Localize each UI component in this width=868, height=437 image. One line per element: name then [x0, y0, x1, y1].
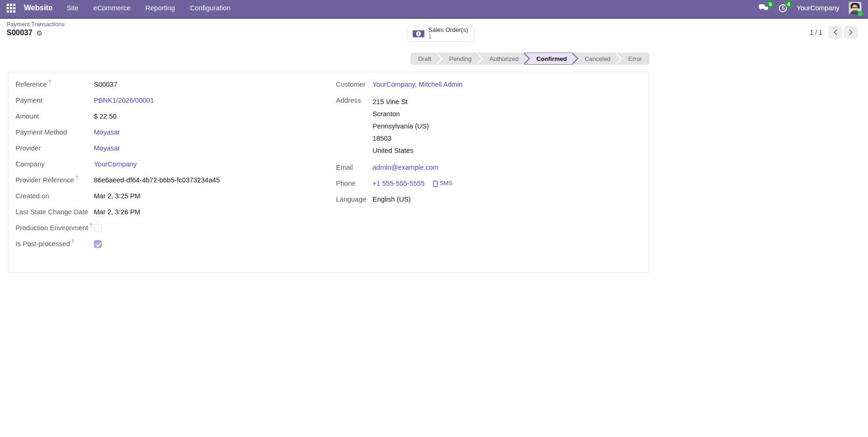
send-sms-button[interactable]: SMS [433, 179, 452, 188]
field-email: Email admin@example.com [336, 163, 641, 173]
company-link[interactable]: YourCompany [94, 159, 137, 169]
phone-link[interactable]: +1 555-555-5555 [373, 179, 425, 188]
help-icon[interactable]: ? [48, 80, 51, 85]
app-brand-website[interactable]: Website [24, 4, 53, 12]
customer-link[interactable]: YourCompany, Mitchell Admin [373, 80, 463, 90]
payment-link[interactable]: PBNK1/2026/00001 [94, 96, 154, 105]
menu-configuration[interactable]: Configuration [190, 4, 230, 12]
control-panel: Payment Transactions S00037 ⚙ 1 Sales Or… [0, 19, 868, 47]
field-label: Payment Method [15, 128, 94, 137]
field-is-post-processed: Is Post-processed? [15, 239, 320, 249]
user-avatar[interactable] [849, 2, 861, 15]
field-address: Address 215 Vine St Scranton Pennsylvani… [336, 96, 641, 157]
online-status-dot [858, 11, 863, 16]
payment-method-link[interactable]: Moyasar [94, 128, 120, 137]
smart-button-count: 1 [428, 34, 468, 40]
field-amount: Amount $ 22.50 [15, 112, 320, 121]
field-reference: Reference? S00037 [15, 80, 320, 90]
address-line: Pennsylvania (US) [373, 120, 429, 132]
breadcrumb: Payment Transactions S00037 ⚙ [7, 21, 65, 37]
address-value: 215 Vine St Scranton Pennsylvania (US) 1… [373, 96, 429, 157]
form-left-column: Reference? S00037 Payment PBNK1/2026/000… [15, 80, 320, 255]
messages-button[interactable]: 9 [758, 4, 769, 13]
field-label: Is Post-processed? [15, 239, 94, 249]
chevron-right-icon [849, 29, 853, 36]
field-payment-method: Payment Method Moyasar [15, 128, 320, 137]
sms-label: SMS [440, 179, 452, 188]
menu-site[interactable]: Site [67, 4, 78, 12]
field-created-on: Created on Mar 2, 3:25 PM [15, 191, 320, 201]
help-icon[interactable]: ? [76, 175, 78, 181]
activities-button[interactable]: 4 [778, 4, 787, 13]
menu-ecommerce[interactable]: eCommerce [93, 4, 130, 12]
field-label: Provider [15, 143, 94, 153]
field-label: Company [15, 159, 94, 169]
field-production-environment: Production Environment? [15, 223, 320, 233]
gear-icon[interactable]: ⚙ [36, 30, 42, 37]
sales-orders-smart-button[interactable]: 1 Sales Order(s) 1 [407, 25, 474, 42]
money-bill-icon: 1 [412, 30, 425, 38]
pager-next-button[interactable] [844, 26, 858, 39]
apps-grid-icon[interactable] [7, 4, 15, 13]
field-last-state-change-date: Last State Change Date Mar 2, 3:26 PM [15, 207, 320, 217]
field-value: Mar 2, 3:25 PM [94, 191, 140, 201]
breadcrumb-payment-transactions[interactable]: Payment Transactions [7, 21, 65, 28]
field-label: Created on [15, 191, 94, 201]
user-company-menu[interactable]: YourCompany [797, 4, 839, 12]
chevron-left-icon [833, 29, 838, 36]
field-label: Email [336, 163, 373, 173]
form-right-column: Customer YourCompany, Mitchell Admin Add… [336, 80, 641, 211]
status-step-confirmed[interactable]: Confirmed [524, 53, 572, 65]
field-value: S00037 [94, 80, 117, 90]
field-label: Amount [15, 112, 94, 121]
field-value: English (US) [373, 195, 411, 204]
field-payment: Payment PBNK1/2026/00001 [15, 96, 320, 105]
navbar-right-cluster: 9 4 YourCompany [758, 2, 861, 15]
mobile-phone-icon [433, 181, 438, 187]
address-line: 215 Vine St [373, 96, 429, 108]
menu-reporting[interactable]: Reporting [145, 4, 175, 12]
svg-text:1: 1 [417, 31, 419, 36]
status-step-draft[interactable]: Draft [411, 53, 437, 65]
top-navbar: Website Site eCommerce Reporting Configu… [0, 0, 868, 19]
address-line: Scranton [373, 108, 429, 120]
activities-badge: 4 [785, 0, 792, 8]
status-step-authorized[interactable]: Authorized [477, 53, 524, 65]
field-label: Language [336, 195, 373, 204]
field-language: Language English (US) [336, 195, 641, 204]
email-link[interactable]: admin@example.com [373, 163, 438, 173]
field-value: 86e6aeed-df64-4b72-b6b5-fc0373234a45 [94, 175, 220, 185]
help-icon[interactable]: ? [71, 239, 74, 244]
help-icon[interactable]: ? [90, 223, 92, 228]
field-label: Reference? [15, 80, 94, 90]
field-label: Payment [15, 96, 94, 105]
field-label: Phone [336, 179, 373, 188]
form-sheet: Reference? S00037 Payment PBNK1/2026/000… [8, 72, 649, 273]
field-label: Production Environment? [15, 223, 94, 233]
page-title: S00037 [7, 29, 32, 37]
field-provider: Provider Moyasar [15, 143, 320, 153]
field-label: Customer [336, 80, 373, 90]
status-step-canceled[interactable]: Canceled [572, 53, 616, 65]
address-line: United States [373, 144, 429, 157]
field-phone: Phone +1 555-555-5555 SMS [336, 179, 641, 188]
odoo-backend-page: Website Site eCommerce Reporting Configu… [0, 0, 868, 437]
pager-previous-button[interactable] [828, 26, 842, 39]
field-customer: Customer YourCompany, Mitchell Admin [336, 80, 641, 90]
statusbar: Draft Pending Authorized Confirmed Cance… [411, 53, 649, 65]
field-label: Last State Change Date [15, 207, 94, 217]
field-label: Provider Reference? [15, 175, 94, 185]
field-provider-reference: Provider Reference? 86e6aeed-df64-4b72-b… [15, 175, 320, 185]
field-company: Company YourCompany [15, 159, 320, 169]
address-line: 18503 [373, 132, 429, 144]
is-post-processed-checkbox[interactable] [94, 240, 102, 248]
smart-button-label: Sales Order(s) [428, 27, 468, 34]
field-value: $ 22.50 [94, 112, 116, 121]
provider-link[interactable]: Moyasar [94, 143, 120, 153]
pager-value: 1 / 1 [810, 29, 822, 36]
messages-badge: 9 [767, 0, 774, 8]
production-environment-checkbox[interactable] [94, 224, 102, 232]
field-value: Mar 2, 3:26 PM [94, 207, 140, 217]
record-pager: 1 / 1 [810, 26, 858, 39]
field-label: Address [336, 96, 373, 105]
